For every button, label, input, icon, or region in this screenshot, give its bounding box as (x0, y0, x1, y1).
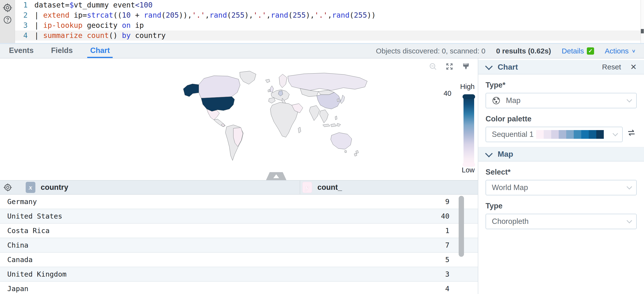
map-region-india (309, 105, 320, 120)
code-token: (( (113, 11, 122, 19)
map-region-ireland (268, 89, 270, 92)
country-cell: United Kingdom (7, 270, 66, 278)
world-map-choropleth[interactable] (180, 69, 379, 170)
code-token: geocity (82, 21, 122, 29)
code-token: summarize (43, 31, 82, 40)
code-token: ip (130, 21, 144, 29)
table-row[interactable]: Germany9 (0, 195, 478, 209)
result-table: x country y count_ Germany9United States… (0, 180, 478, 294)
code-token: <100 (135, 1, 152, 9)
palette-color-swatch (574, 130, 581, 139)
reverse-palette-icon[interactable] (626, 128, 637, 138)
line-number: 3 (15, 20, 28, 30)
help-icon[interactable] (3, 15, 12, 24)
actions-menu[interactable]: Actions ∨ (605, 47, 636, 55)
count-cell: 9 (445, 197, 450, 206)
country-cell: Costa Rica (7, 227, 50, 235)
settings-gear-icon[interactable] (3, 3, 12, 12)
code-line-1[interactable]: 1dataset=$vt_dummy event<100 (15, 0, 640, 10)
status-bar: Objects discovered: 0, scanned: 0 0 resu… (376, 44, 644, 58)
chart-panel: High 40 0 Low x country (0, 58, 478, 294)
color-palette-label: Color palette (486, 115, 637, 123)
query-analytics-app: 1dataset=$vt_dummy event<1002| extend ip… (0, 0, 644, 294)
chevron-down-icon (612, 131, 618, 136)
chevron-down-icon[interactable] (485, 150, 492, 157)
editor-scrollbar[interactable] (640, 0, 644, 43)
code-token: rand (210, 11, 227, 19)
table-row[interactable]: China7 (0, 238, 478, 253)
map-select-dropdown[interactable]: World Map (486, 180, 637, 195)
code-line-2[interactable]: 2| extend ip=strcat((10 + rand(205)),'.'… (15, 10, 640, 20)
actions-label: Actions (605, 47, 628, 55)
chevron-down-icon (626, 97, 632, 103)
country-cell: Canada (7, 256, 33, 264)
chevron-up-icon (273, 174, 279, 178)
table-row[interactable]: Canada5 (0, 253, 478, 267)
style-brush-icon[interactable] (462, 62, 470, 71)
code-token: rand (332, 11, 350, 19)
table-settings-gear-icon[interactable] (4, 183, 12, 192)
map-region-alaska (183, 84, 199, 97)
chevron-down-icon (626, 184, 632, 190)
fullscreen-icon[interactable] (445, 62, 454, 71)
tab-events[interactable]: Events (6, 44, 36, 58)
tab-chart[interactable]: Chart (87, 44, 113, 58)
code-token: ( (288, 11, 293, 19)
map-section-header: Map (478, 147, 644, 161)
code-token: 10 (122, 11, 130, 19)
reset-button[interactable]: Reset (602, 63, 621, 71)
details-link[interactable]: Details ✓ (562, 47, 594, 55)
color-palette-value: Sequential 1 (492, 130, 534, 139)
chart-type-value: Map (506, 96, 520, 105)
chart-settings-sidebar: Chart Reset ✕ Type* Map Color palette (478, 58, 644, 294)
map-toolbar (429, 62, 470, 71)
editor-scrollbar-thumb[interactable] (641, 29, 644, 33)
tab-fields[interactable]: Fields (48, 44, 76, 58)
code-token: 255 (293, 11, 306, 19)
palette-color-swatch (581, 130, 589, 139)
code-token: , (328, 11, 332, 19)
chevron-down-icon[interactable] (485, 63, 492, 70)
map-region-australia (331, 133, 352, 149)
collapse-table-handle[interactable] (266, 172, 286, 180)
map-type-dropdown[interactable]: Choropleth (486, 214, 637, 229)
query-editor[interactable]: 1dataset=$vt_dummy event<1002| extend ip… (0, 0, 644, 44)
code-token: country (130, 31, 166, 40)
map-region-indonesia (323, 124, 330, 127)
line-number: 1 (15, 0, 28, 10)
column-header-country[interactable]: country (41, 183, 68, 192)
map-section-title: Map (498, 150, 513, 159)
code-token: ( (227, 11, 232, 19)
code-token: ), (306, 11, 314, 19)
table-row[interactable]: United States40 (0, 209, 478, 224)
code-token: | (34, 11, 43, 19)
y-axis-badge: y (302, 182, 312, 193)
legend-max-value: 40 (444, 89, 452, 97)
details-check-icon: ✓ (587, 47, 594, 55)
objects-discovered-status: Objects discovered: 0, scanned: 0 (376, 47, 486, 55)
color-palette-dropdown[interactable]: Sequential 1 (486, 127, 623, 142)
code-token: | (34, 31, 43, 40)
table-header: x country y count_ (0, 180, 478, 195)
code-line-4[interactable]: 4| summarize count() by country (15, 30, 640, 41)
chart-type-dropdown[interactable]: Map (486, 93, 637, 108)
code-token: ( (350, 11, 354, 19)
table-row[interactable]: Japan4 (0, 282, 478, 294)
map-region-iberia (268, 98, 275, 103)
zoom-out-icon[interactable] (429, 62, 437, 71)
code-token: rand (144, 11, 161, 19)
table-scrollbar-thumb[interactable] (459, 196, 464, 257)
map-region-greenland (240, 71, 256, 84)
legend-low-label: Low (462, 166, 475, 174)
map-region-united-kingdom (270, 86, 274, 92)
code-token: 205 (166, 11, 179, 19)
code-token: ip-lookup (43, 21, 82, 29)
table-row[interactable]: United Kingdom3 (0, 267, 478, 282)
count-cell: 40 (441, 212, 450, 220)
column-header-count[interactable]: count_ (318, 183, 342, 192)
close-icon[interactable]: ✕ (630, 63, 637, 71)
code-line-3[interactable]: 3| ip-lookup geocity on ip (15, 20, 640, 30)
map-region-indonesia (331, 124, 336, 127)
table-row[interactable]: Costa Rica1 (0, 224, 478, 238)
query-code[interactable]: 1dataset=$vt_dummy event<1002| extend ip… (15, 0, 640, 43)
